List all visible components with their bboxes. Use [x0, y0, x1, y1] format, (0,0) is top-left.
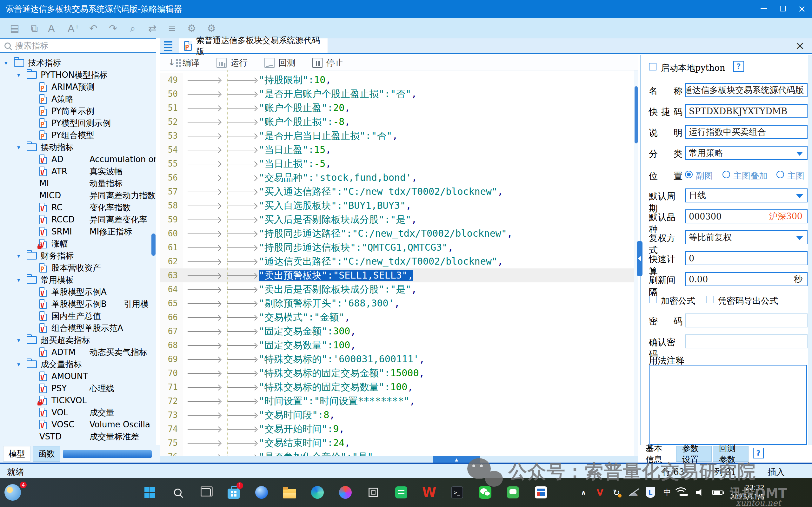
name-field[interactable]: 通达信多板块交易系统源代码版 [685, 83, 808, 97]
taskbar-chat-icon[interactable] [503, 481, 523, 504]
radio-mainchart[interactable] [776, 171, 784, 178]
encrypt-checkbox[interactable] [649, 296, 656, 303]
find-icon[interactable]: ⌕ [125, 21, 140, 36]
formula-manage-icon[interactable]: ⚙ [204, 21, 219, 36]
code-line-73[interactable]: 73"交易时间段":8, [160, 408, 634, 422]
tree-item-SRMI[interactable]: SRMIMI修正指标 [0, 226, 156, 238]
batch-list-icon[interactable]: ≡ [164, 21, 180, 36]
copy-icon[interactable]: ⧉ [27, 21, 42, 36]
save-icon[interactable]: ▤ [7, 21, 22, 36]
tray-hidden-icons-icon[interactable]: ∧ [579, 486, 588, 499]
expander-icon[interactable]: ▾ [17, 252, 27, 259]
tree-item-MI[interactable]: MI动量指标 [0, 177, 156, 189]
tree-item-单股模型示例B[interactable]: 单股模型示例B引用模 [0, 298, 156, 310]
adjust-select[interactable]: 等比前复权 [685, 230, 808, 244]
tray-battery-icon[interactable] [712, 490, 722, 495]
expander-icon[interactable]: ▾ [17, 71, 27, 78]
code-line-66[interactable]: 66"交易模式":"金额", [160, 310, 634, 324]
font-decrease-icon[interactable]: A⁻ [46, 21, 62, 36]
code-line-50[interactable]: 50"是否开启账户个股止盈止损":"否", [160, 87, 634, 101]
quickcalc-field[interactable]: 0 [685, 251, 808, 265]
tab-basic-info[interactable]: 基本信息 [640, 446, 675, 462]
code-line-75[interactable]: 75"交易结束时间":24, [160, 436, 634, 450]
code-line-76[interactable]: 76"是否参加集合竞价":"是", [160, 450, 634, 456]
compile-button[interactable]: 编译 [160, 55, 208, 70]
tree-item-RC[interactable]: RC变化率指数 [0, 202, 156, 214]
tree-item-涨幅[interactable]: 涨幅 [0, 238, 156, 250]
taskbar-ai-browser-icon[interactable] [335, 481, 356, 504]
taskbar-wechat-icon[interactable] [475, 481, 495, 504]
tray-volume-icon[interactable] [696, 489, 705, 496]
tree-item-A策略[interactable]: A策略 [0, 93, 156, 105]
code-line-74[interactable]: 74"交易开始时间":9, [160, 422, 634, 436]
shortcut-field[interactable]: SPTDXDBKJYXTYDMB [685, 104, 808, 118]
code-line-54[interactable]: 54"当日止盈":15, [160, 143, 634, 157]
stop-button[interactable]: 停止 [304, 55, 352, 70]
close-button[interactable]: × [794, 2, 810, 15]
tree-folder-成交量指标[interactable]: ▾成交量指标 [0, 358, 156, 370]
code-line-51[interactable]: 51"账户个股止盈":20, [160, 101, 634, 115]
code-line-49[interactable]: 49"持股限制":10, [160, 73, 634, 87]
code-line-55[interactable]: 55"当日止损":-5, [160, 157, 634, 171]
tree-item-组合模型单股示范A[interactable]: 组合模型单股示范A [0, 322, 156, 334]
font-increase-icon[interactable]: A⁺ [66, 21, 81, 36]
tray-wps-v-icon[interactable]: V [596, 486, 604, 499]
tree-item-AMOUNT[interactable]: AMOUNT [0, 370, 156, 382]
code-line-60[interactable]: 60"持股同步通达路径":"C:/new_tdx/T0002/blocknew"… [160, 227, 634, 240]
radio-overlay[interactable] [722, 171, 730, 178]
tree-item-VOL[interactable]: VOL成交量 [0, 406, 156, 418]
radio-subchart[interactable] [685, 171, 693, 178]
tree-item-ADTM[interactable]: ADTM动态买卖气指标 [0, 346, 156, 358]
tab-function[interactable]: 函数 [33, 446, 60, 462]
search-input[interactable]: 搜索指标 [0, 38, 156, 53]
editor-hscrollbar-thumb[interactable]: ▲ [433, 456, 480, 463]
code-line-71[interactable]: 71"特殊交易标的固定交易数量":100, [160, 380, 634, 394]
tree-item-PSY[interactable]: PSY心理线 [0, 382, 156, 394]
tab-backtest-params[interactable]: 回测参数 [713, 446, 749, 462]
code-line-70[interactable]: 70"特殊交易标的固定交易金额":15000, [160, 366, 634, 380]
tree-folder-摆动指标[interactable]: ▾摆动指标 [0, 141, 156, 153]
expander-icon[interactable]: ▾ [17, 337, 27, 344]
taskbar-clock[interactable]: 23:32 2025/11/5 [730, 483, 764, 502]
local-python-checkbox[interactable] [649, 63, 656, 70]
code-line-62[interactable]: 62"通达信卖出路径":"C:/new_tdx/T0002/blocknew", [160, 255, 634, 268]
expander-icon[interactable]: ▾ [17, 144, 27, 151]
taskbar-search-icon[interactable] [168, 481, 188, 504]
tree-folder-超买超卖指标[interactable]: ▾超买超卖指标 [0, 334, 156, 346]
editor-hscrollbar-track[interactable]: ▲ [160, 456, 638, 463]
document-tab[interactable]: 索普通达信多板块交易系统源代码版 [179, 38, 328, 53]
taskbar-start-icon[interactable] [140, 481, 160, 504]
description-field[interactable]: 运行指数中买卖组合 [685, 125, 808, 139]
code-line-59[interactable]: 59"买入后是否剔除板块成分股":"是", [160, 213, 634, 227]
tray-security-shield-icon[interactable]: L [646, 487, 655, 498]
undo-icon[interactable]: ↶ [86, 21, 101, 36]
tree-folder-常用模板[interactable]: ▾常用模板 [0, 274, 156, 286]
code-line-69[interactable]: 69"特殊交易标的":'600031,600111', [160, 352, 634, 366]
code-editor[interactable]: 49"持股限制":10,50"是否开启账户个股止盈止损":"否",51"账户个股… [160, 70, 634, 456]
taskbar-terminal-icon[interactable]: >_ [447, 481, 467, 504]
taskbar-widgets-weather-icon[interactable]: 4 [4, 480, 27, 505]
run-button[interactable]: 运行 [208, 55, 256, 70]
confirm-password-field[interactable] [685, 334, 808, 348]
tree-item-TICKVOL[interactable]: TICKVOL [0, 394, 156, 406]
code-line-52[interactable]: 52"账户个股止损":-8, [160, 115, 634, 129]
expander-icon[interactable]: ▾ [17, 276, 27, 283]
tree-folder-PYTHON模型指标[interactable]: ▾PYTHON模型指标 [0, 69, 156, 81]
export-password-checkbox[interactable] [706, 296, 714, 303]
tray-ime-icon[interactable]: 中 [663, 486, 672, 499]
code-line-67[interactable]: 67"固定交易金额":300, [160, 324, 634, 338]
tree-item-VOSC[interactable]: VOSCVolume Oscilla [0, 418, 156, 431]
maximize-button[interactable] [774, 2, 791, 15]
tree-item-RCCD[interactable]: RCCD异同离差变化率 [0, 214, 156, 226]
code-line-63[interactable]: 63"卖出预警板块":"SELL1,SELL3", [160, 268, 634, 282]
code-line-53[interactable]: 53"是否开启当日止盈止损":"否", [160, 129, 634, 143]
code-line-72[interactable]: 72"时间设置":"时间设置********", [160, 394, 634, 408]
taskbar-file-explorer-icon[interactable] [279, 481, 300, 504]
tree-item-PY简单示例[interactable]: PY简单示例 [0, 105, 156, 117]
code-line-65[interactable]: 65"剔除预警标开头":'688,300', [160, 296, 634, 310]
sidebar-scrollbar-thumb[interactable] [151, 233, 156, 256]
expander-icon[interactable]: ▾ [4, 59, 14, 66]
password-field[interactable] [685, 314, 808, 327]
tree-folder-技术指标[interactable]: ▾技术指标 [0, 57, 156, 69]
tab-list-icon[interactable] [164, 41, 172, 51]
